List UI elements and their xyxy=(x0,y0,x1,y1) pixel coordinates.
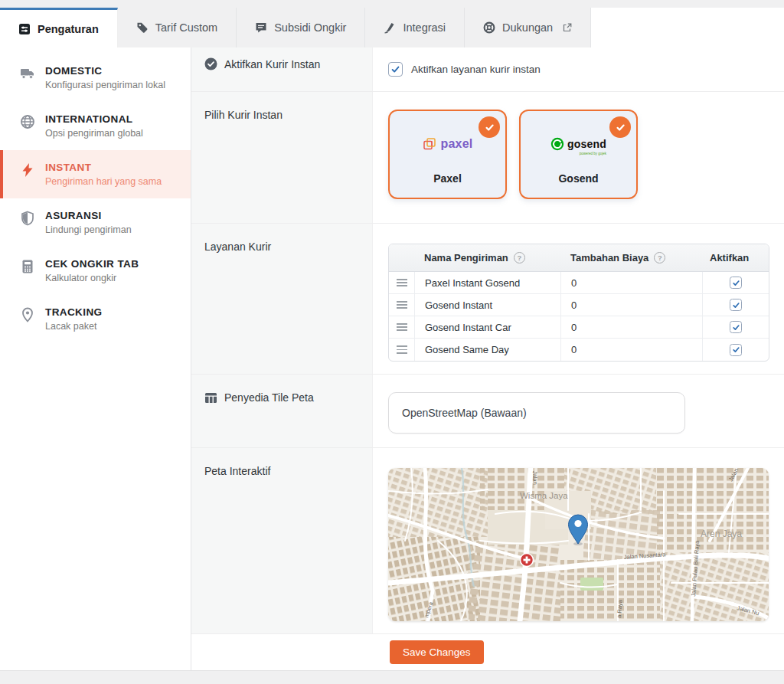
sidebar-item-title: CEK ONGKIR TAB xyxy=(45,258,139,270)
sidebar-item-subtitle: Kalkulator ongkir xyxy=(45,273,139,283)
gosend-logo-word: gosend xyxy=(567,139,606,149)
tab-integrasi[interactable]: Integrasi xyxy=(365,8,465,47)
sidebar-item-cek-ongkir[interactable]: CEK ONGKIR TAB Kalkulator ongkir xyxy=(0,247,191,295)
field-label: Aktifkan Kurir Instan xyxy=(224,58,320,70)
service-name: Gosend Instant xyxy=(414,294,560,316)
tab-label: Integrasi xyxy=(403,21,446,34)
col-header-enable: Aktifkan xyxy=(710,252,749,263)
external-link-icon xyxy=(563,23,572,32)
gosend-logo-icon xyxy=(550,137,564,151)
help-icon[interactable]: ? xyxy=(514,252,525,263)
tab-label: Pengaturan xyxy=(38,23,99,35)
sidebar-item-title: DOMESTIC xyxy=(45,65,165,77)
top-strip xyxy=(0,0,784,8)
courier-card-name: Paxel xyxy=(390,172,505,185)
tab-dukungan[interactable]: Dukungan xyxy=(465,8,591,47)
globe-icon xyxy=(20,114,35,129)
selected-check-icon xyxy=(609,116,631,138)
sidebar-item-subtitle: Lindungi pengiriman xyxy=(45,224,132,235)
main-area: DOMESTIC Konfigurasi pengiriman lokal IN… xyxy=(0,47,784,670)
row-tile-provider: Penyedia Tile Peta OpenStreetMap (Bawaan… xyxy=(191,375,784,448)
row-interactive-map: Peta Interaktif xyxy=(191,448,784,634)
enable-instant-checkbox[interactable] xyxy=(388,62,403,77)
map-place-label: Wisma Jaya xyxy=(520,491,568,500)
interactive-map[interactable]: Wisma Jaya Aren Jaya Jalan Nusantara Jal… xyxy=(388,468,769,621)
field-label: Layanan Kurir xyxy=(204,241,271,253)
service-extra-cost[interactable]: 0 xyxy=(560,294,702,316)
tile-provider-select[interactable]: OpenStreetMap (Bawaan) xyxy=(388,392,685,434)
services-table: Nama Pengiriman ? Tambahan Biaya ? Aktif… xyxy=(388,244,769,362)
sidebar-item-asuransi[interactable]: ASURANSI Lindungi pengiriman xyxy=(0,198,191,247)
plugin-settings-page: Pengaturan Tarif Custom Subsidi Ongkir I… xyxy=(0,0,784,684)
sidebar-item-international[interactable]: INTERNATIONAL Opsi pengiriman global xyxy=(0,102,191,150)
service-enable-checkbox[interactable] xyxy=(730,299,742,311)
tab-label: Tarif Custom xyxy=(155,21,217,34)
drag-handle-icon[interactable] xyxy=(397,301,407,309)
row-enable-instant: Aktifkan Kurir Instan Aktifkan layanan k… xyxy=(191,47,784,92)
bolt-icon xyxy=(20,162,35,178)
service-extra-cost[interactable]: 0 xyxy=(560,316,702,338)
drag-handle-icon[interactable] xyxy=(397,279,407,286)
sidebar-item-title: ASURANSI xyxy=(45,210,132,221)
service-row: Paxel Instant Gosend 0 xyxy=(389,272,769,294)
service-enable-checkbox[interactable] xyxy=(730,344,742,356)
col-header-name: Nama Pengiriman xyxy=(424,252,508,263)
sidebar-item-title: INSTANT xyxy=(45,162,162,173)
tab-bar: Pengaturan Tarif Custom Subsidi Ongkir I… xyxy=(0,8,784,47)
row-courier-services: Layanan Kurir Nama Pengiriman ? Tambahan… xyxy=(191,224,784,375)
sidebar-item-subtitle: Pengiriman hari yang sama xyxy=(45,176,162,187)
services-table-header: Nama Pengiriman ? Tambahan Biaya ? Aktif… xyxy=(389,244,769,272)
save-row: Save Changes xyxy=(191,634,784,670)
calculator-icon xyxy=(20,259,35,274)
table-icon xyxy=(204,391,217,404)
save-button[interactable]: Save Changes xyxy=(390,640,484,664)
row-pick-courier: Pilih Kurir Instan paxel xyxy=(191,92,784,224)
gosend-powered-by: powered by gojek xyxy=(580,152,606,156)
service-enable-checkbox[interactable] xyxy=(730,277,742,289)
selected-check-icon xyxy=(479,116,500,138)
service-enable-checkbox[interactable] xyxy=(730,321,742,333)
help-icon[interactable]: ? xyxy=(654,252,665,263)
sidebar-item-subtitle: Opsi pengiriman global xyxy=(45,128,143,139)
drag-handle-icon[interactable] xyxy=(397,323,407,331)
sidebar-item-title: INTERNATIONAL xyxy=(45,113,143,125)
drag-handle-icon[interactable] xyxy=(397,345,407,353)
courier-card-paxel[interactable]: paxel Paxel xyxy=(388,110,507,199)
service-row: Gosend Same Day 0 xyxy=(389,339,769,361)
service-row: Gosend Instant Car 0 xyxy=(389,316,769,339)
service-row: Gosend Instant 0 xyxy=(389,294,769,316)
shield-icon xyxy=(20,211,35,226)
paxel-logo-icon xyxy=(423,137,436,151)
tab-label: Subsidi Ongkir xyxy=(274,21,346,34)
truck-icon xyxy=(20,66,35,81)
pen-icon xyxy=(384,21,396,34)
settings-content: Aktifkan Kurir Instan Aktifkan layanan k… xyxy=(191,47,784,670)
check-circle-icon xyxy=(204,57,217,70)
service-name: Gosend Same Day xyxy=(414,339,560,361)
sidebar-item-subtitle: Konfigurasi pengiriman lokal xyxy=(45,80,165,90)
courier-card-gosend[interactable]: gosend powered by gojek Gosend xyxy=(519,110,638,199)
tab-pengaturan[interactable]: Pengaturan xyxy=(0,8,118,47)
tile-provider-selected-value: OpenStreetMap (Bawaan) xyxy=(402,407,527,419)
field-label: Penyedia Tile Peta xyxy=(224,391,314,404)
tab-tarif-custom[interactable]: Tarif Custom xyxy=(118,8,237,47)
tab-label: Dukungan xyxy=(502,21,553,34)
field-label: Pilih Kurir Instan xyxy=(204,109,283,121)
service-extra-cost[interactable]: 0 xyxy=(560,272,702,293)
sidebar-item-domestic[interactable]: DOMESTIC Konfigurasi pengiriman lokal xyxy=(0,54,191,102)
field-label: Peta Interaktif xyxy=(204,465,270,477)
paxel-logo-word: paxel xyxy=(441,137,473,151)
sidebar-item-instant[interactable]: INSTANT Pengiriman hari yang sama xyxy=(0,150,191,198)
footer-strip xyxy=(0,670,784,684)
sidebar-item-subtitle: Lacak paket xyxy=(45,321,102,332)
tag-icon xyxy=(136,21,149,34)
map-pin-icon xyxy=(20,307,35,322)
lifering-icon xyxy=(483,21,495,34)
map-place-label: Aren Jaya xyxy=(701,529,742,539)
service-extra-cost[interactable]: 0 xyxy=(560,339,702,361)
sliders-icon xyxy=(18,23,31,35)
tab-subsidi-ongkir[interactable]: Subsidi Ongkir xyxy=(237,8,365,47)
hospital-marker-icon xyxy=(521,554,534,567)
sidebar-item-tracking[interactable]: TRACKING Lacak paket xyxy=(0,295,191,343)
sidebar-item-title: TRACKING xyxy=(45,306,102,318)
